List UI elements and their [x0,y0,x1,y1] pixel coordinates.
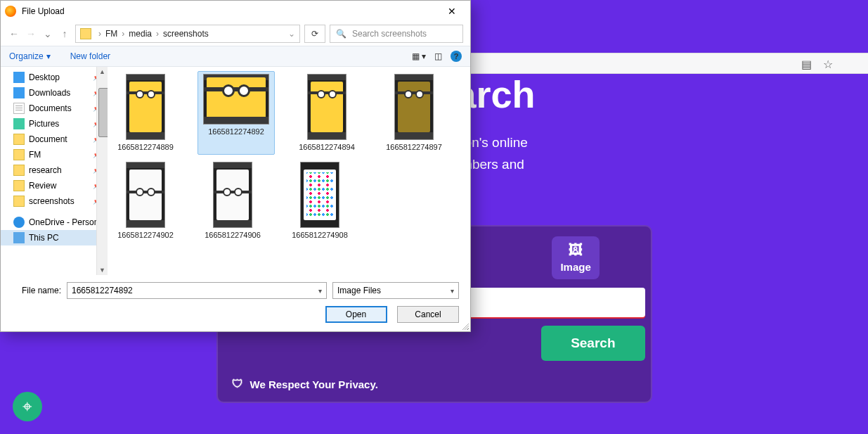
bookmark-star-icon[interactable]: ☆ [823,58,833,71]
sidebar-item[interactable]: Downloads📌 [1,85,108,101]
sidebar-item-label: This PC [29,233,59,243]
sidebar: Desktop📌Downloads📌Documents📌Pictures📌Doc… [1,67,108,275]
file-item[interactable]: 1665812274906 [197,159,268,243]
file-grid: 1665812274889166581227489216658122748941… [108,67,470,275]
sidebar-item[interactable]: research📌 [1,162,108,178]
file-upload-dialog: File Upload ✕ ← → ⌄ ↑ › FM › media › scr… [0,0,471,332]
desktop-icon [13,72,25,83]
privacy-note: 🛡 We Respect Your Privacy. [218,371,651,402]
scroll-down-icon[interactable]: ▼ [97,267,108,274]
tab-image[interactable]: 🖼 Image [552,236,599,279]
chevron-down-icon[interactable]: ▾ [318,287,322,295]
filename-value: 1665812274892 [72,286,133,295]
firefox-icon [5,6,16,17]
file-name: 1665812274908 [287,231,352,240]
sidebar-item-label: Downloads [29,88,70,98]
dialog-body: Desktop📌Downloads📌Documents📌Pictures📌Doc… [1,67,470,275]
file-item[interactable]: 1665812274889 [110,71,181,155]
breadcrumb-seg[interactable]: FM [105,29,117,39]
refresh-button[interactable]: ⟳ [304,25,325,43]
filetype-select[interactable]: Image Files ▾ [332,282,459,299]
open-button[interactable]: Open [325,306,387,323]
sidebar-item[interactable]: screenshots📌 [1,193,108,209]
chevron-down-icon: ▾ [46,51,51,61]
search-icon: 🔍 [336,29,346,39]
file-name: 1665812274894 [294,143,359,152]
privacy-text: We Respect Your Privacy. [250,378,378,390]
forward-button[interactable]: → [25,28,37,39]
search-field[interactable]: 🔍 Search screenshots [330,25,463,43]
file-name: 1665812274889 [113,143,178,152]
sidebar-item-label: Desktop [29,72,60,82]
dialog-title: File Upload [22,6,65,16]
file-thumbnail [126,162,165,228]
downloads-icon [13,87,25,98]
breadcrumb[interactable]: › FM › media › screenshots ⌄ [75,25,300,43]
file-name: 1665812274906 [200,231,265,240]
sidebar-item[interactable]: This PC [1,230,108,245]
sidebar-item[interactable]: Document📌 [1,132,108,147]
shield-icon: 🛡 [232,378,243,390]
breadcrumb-seg[interactable]: screenshots [163,29,209,39]
help-button[interactable]: ? [451,51,462,62]
tab-label: Image [560,261,590,273]
file-item[interactable]: 1665812274908 [285,159,355,243]
close-button[interactable]: ✕ [438,6,466,17]
sidebar-item[interactable]: Pictures📌 [1,116,108,132]
chevron-right-icon: › [153,29,162,39]
chevron-down-icon[interactable]: ▾ [451,287,454,295]
sidebar-item-label: Review [29,181,56,191]
back-button[interactable]: ← [8,28,20,39]
sidebar-item-label: FM [29,150,41,160]
chevron-right-icon: › [119,29,127,39]
up-button[interactable]: ↑ [58,28,71,39]
onedrive-icon [13,217,25,228]
reader-mode-icon[interactable]: ▤ [801,58,812,71]
folder-icon [13,134,25,145]
organize-menu[interactable]: Organize ▾ [9,51,51,61]
sidebar-item[interactable]: OneDrive - Person [1,215,108,230]
sidebar-item-label: Pictures [29,119,59,129]
file-thumbnail [213,162,252,228]
file-item[interactable]: 1665812274897 [379,71,449,155]
search-button[interactable]: Search [541,326,644,361]
recent-dropdown[interactable]: ⌄ [41,28,54,39]
folder-icon [13,180,25,191]
dialog-toolbar: Organize ▾ New folder ▦ ▾ ◫ ? [1,46,470,67]
file-item[interactable]: 1665812274892 [197,71,275,155]
filename-input[interactable]: 1665812274892 ▾ [67,282,327,299]
cancel-button[interactable]: Cancel [397,306,459,323]
folder-icon [13,196,25,207]
sidebar-item[interactable]: FM📌 [1,147,108,162]
folder-icon [13,149,25,160]
chevron-right-icon: › [96,29,104,39]
file-name: 1665812274892 [200,127,272,136]
scrollbar-thumb[interactable] [98,88,108,137]
accessibility-button[interactable]: ⌖ [13,392,42,421]
file-thumbnail [126,74,165,140]
new-folder-button[interactable]: New folder [70,51,110,61]
search-placeholder: Search screenshots [352,29,427,39]
file-item[interactable]: 1665812274894 [292,71,362,155]
sidebar-item[interactable]: Documents📌 [1,101,108,116]
folder-icon [13,165,25,176]
docs-icon [13,103,25,114]
folder-icon [80,28,91,39]
sidebar-item[interactable]: Review📌 [1,178,108,193]
resize-handle[interactable] [460,321,469,330]
file-item[interactable]: 1665812274902 [110,159,181,243]
file-thumbnail [307,74,346,140]
sidebar-item[interactable]: Desktop📌 [1,70,108,85]
breadcrumb-seg[interactable]: media [129,29,152,39]
pc-icon [13,232,25,243]
file-name: 1665812274902 [113,231,178,240]
sidebar-item-label: Documents [29,103,72,113]
pics-icon [13,118,25,129]
view-mode-button[interactable]: ▦ ▾ [412,51,426,61]
dialog-titlebar: File Upload ✕ [1,1,470,22]
file-name: 1665812274897 [382,143,446,152]
scroll-up-icon[interactable]: ▲ [97,68,108,75]
path-dropdown[interactable]: ⌄ [284,29,295,39]
preview-pane-button[interactable]: ◫ [434,51,442,61]
sidebar-scrollbar[interactable]: ▲ ▼ [96,67,108,275]
